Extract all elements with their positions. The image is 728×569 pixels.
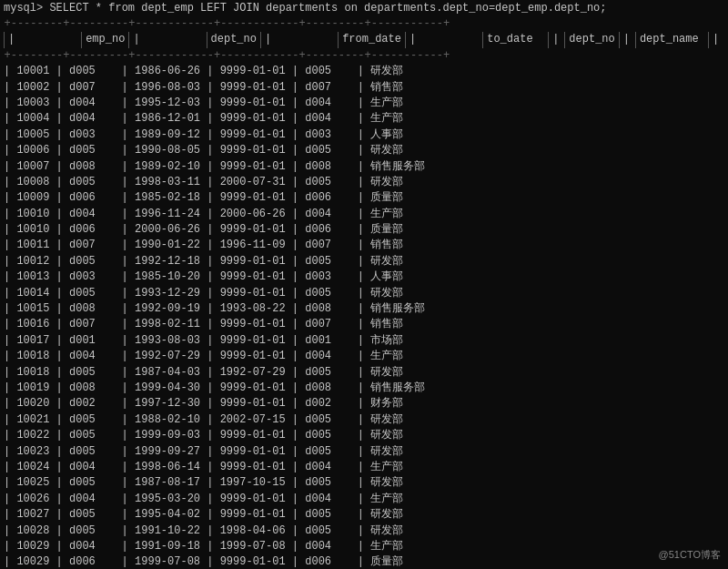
table-row: | 10029 | d006 | 1999-07-08 | 9999-01-01… [4, 554, 724, 569]
table-row: | 10029 | d004 | 1991-09-18 | 1999-07-08… [4, 539, 724, 554]
table-row: | 10024 | d004 | 1998-06-14 | 9999-01-01… [4, 460, 724, 475]
header-dept-name: dept_name [635, 32, 708, 47]
table-row: | 10028 | d005 | 1991-10-22 | 1998-04-06… [4, 523, 724, 539]
table-row: | 10018 | d005 | 1987-04-03 | 1992-07-29… [4, 365, 724, 381]
table-row: | 10027 | d005 | 1995-04-02 | 9999-01-01… [4, 507, 724, 523]
header-from-date: from_date [339, 32, 406, 47]
table-row: | 10010 | d006 | 2000-06-26 | 9999-01-01… [4, 222, 724, 238]
separator-header: +--------+---------+------------+-------… [5, 48, 725, 64]
table-row: | 10022 | d005 | 1999-09-03 | 9999-01-01… [4, 428, 724, 443]
table-row: | 10009 | d006 | 1985-02-18 | 9999-01-01… [4, 190, 724, 206]
separator-top: +--------+---------+------------+-------… [5, 16, 725, 32]
table-row: | 10020 | d002 | 1997-12-30 | 9999-01-01… [4, 396, 724, 412]
table-row: | 10012 | d005 | 1992-12-18 | 9999-01-01… [4, 254, 724, 269]
table-row: | 10023 | d005 | 1999-09-27 | 9999-01-01… [4, 444, 724, 460]
table-row: | 10018 | d004 | 1992-07-29 | 9999-01-01… [4, 349, 724, 364]
table-row: | 10010 | d004 | 1996-11-24 | 2000-06-26… [4, 207, 724, 222]
sep-line-header: +--------+---------+------------+-------… [5, 49, 450, 62]
table-row: | 10017 | d001 | 1993-08-03 | 9999-01-01… [4, 333, 724, 349]
header-dept-no2: dept_no [565, 32, 619, 47]
header-emp-no: emp_no [82, 32, 129, 47]
result-table: +--------+---------+------------+-------… [4, 16, 724, 64]
header-to-date: to_date [483, 32, 549, 47]
table-row: | 10019 | d008 | 1999-04-30 | 9999-01-01… [4, 381, 724, 396]
prompt: mysql> [4, 2, 49, 15]
data-rows-container: | 10001 | d005 | 1986-06-26 | 9999-01-01… [4, 64, 724, 569]
table-row: | 10013 | d003 | 1985-10-20 | 9999-01-01… [4, 269, 724, 285]
table-row: | 10007 | d008 | 1989-02-10 | 9999-01-01… [4, 159, 724, 175]
command-text: SELECT * from dept_emp LEFT JOIN departm… [49, 2, 606, 15]
table-row: | 10001 | d005 | 1986-06-26 | 9999-01-01… [4, 64, 724, 79]
table-row: | 10005 | d003 | 1989-09-12 | 9999-01-01… [4, 127, 724, 143]
sep-line-top: +--------+---------+------------+-------… [5, 17, 450, 30]
table-row: | 10004 | d004 | 1986-12-01 | 9999-01-01… [4, 111, 724, 127]
table-row: | 10021 | d005 | 1988-02-10 | 2002-07-15… [4, 412, 724, 428]
command-line: mysql> SELECT * from dept_emp LEFT JOIN … [4, 2, 724, 15]
table-row: | 10026 | d004 | 1995-03-20 | 9999-01-01… [4, 492, 724, 507]
watermark: @51CTO博客 [659, 548, 721, 562]
table-row: | 10014 | d005 | 1993-12-29 | 9999-01-01… [4, 286, 724, 301]
table-row: | 10011 | d007 | 1990-01-22 | 1996-11-09… [4, 238, 724, 253]
terminal: mysql> SELECT * from dept_emp LEFT JOIN … [0, 0, 728, 569]
table-row: | 10016 | d007 | 1998-02-11 | 9999-01-01… [4, 317, 724, 332]
table-row: | 10025 | d005 | 1987-08-17 | 1997-10-15… [4, 475, 724, 491]
table-row: | 10015 | d008 | 1992-09-19 | 1993-08-22… [4, 301, 724, 317]
table-row: | 10006 | d005 | 1990-08-05 | 9999-01-01… [4, 143, 724, 158]
header-dept-no: dept_no [207, 32, 260, 47]
table-row: | 10002 | d007 | 1996-08-03 | 9999-01-01… [4, 80, 724, 96]
table-row: | 10003 | d004 | 1995-12-03 | 9999-01-01… [4, 96, 724, 111]
table-header-row: | emp_no | dept_no | from_date | to_date… [5, 32, 725, 47]
table-row: | 10008 | d005 | 1998-03-11 | 2000-07-31… [4, 175, 724, 190]
